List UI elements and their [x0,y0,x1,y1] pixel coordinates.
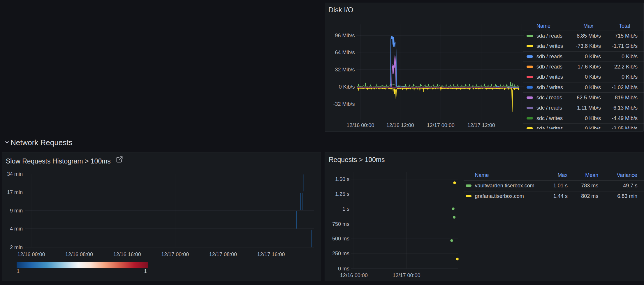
svg-text:12/16 08:00: 12/16 08:00 [65,251,93,257]
svg-text:12/17 16:00: 12/17 16:00 [257,251,285,257]
svg-text:500 ms: 500 ms [332,236,349,242]
svg-text:12/17 00:00: 12/17 00:00 [393,272,420,278]
svg-text:0 ms: 0 ms [338,266,349,272]
svg-text:2 min: 2 min [10,244,23,250]
svg-text:12/17 00:00: 12/17 00:00 [161,251,189,257]
svg-text:12/16 00:00: 12/16 00:00 [17,251,45,257]
svg-text:12/16 16:00: 12/16 16:00 [113,251,141,257]
svg-text:1 s: 1 s [342,206,349,212]
svg-text:34 min: 34 min [7,171,23,177]
svg-text:250 ms: 250 ms [332,251,349,256]
svg-text:9 min: 9 min [10,208,23,214]
svg-text:12/17 08:00: 12/17 08:00 [209,251,237,257]
svg-text:750 ms: 750 ms [332,221,349,227]
svg-text:17 min: 17 min [7,189,23,195]
svg-text:12/16 00:00: 12/16 00:00 [340,272,368,278]
svg-text:4 min: 4 min [10,226,23,232]
